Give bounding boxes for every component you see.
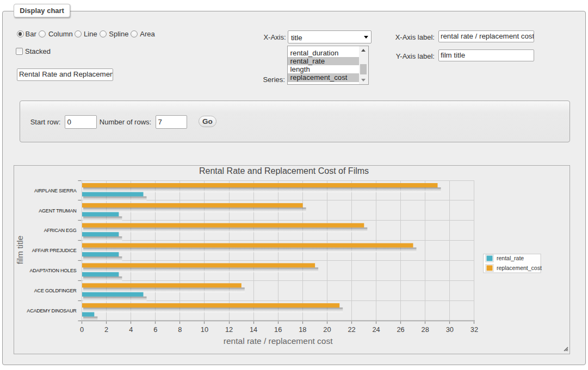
svg-text:rental_rate: rental_rate <box>497 255 524 261</box>
svg-text:ACE GOLDFINGER: ACE GOLDFINGER <box>34 288 77 293</box>
svg-text:26: 26 <box>397 325 404 334</box>
svg-text:AFRICAN EGG: AFRICAN EGG <box>44 228 77 233</box>
svg-text:32: 32 <box>471 325 478 334</box>
svg-text:30: 30 <box>446 325 454 334</box>
svg-text:rental rate / replacement cost: rental rate / replacement cost <box>224 336 333 346</box>
svg-text:14: 14 <box>250 325 257 334</box>
svg-text:18: 18 <box>299 325 306 334</box>
svg-text:6: 6 <box>153 325 157 334</box>
svg-text:12: 12 <box>225 325 233 334</box>
svg-text:10: 10 <box>201 325 208 334</box>
svg-text:2: 2 <box>104 325 108 334</box>
svg-text:AIRPLANE SIERRA: AIRPLANE SIERRA <box>34 188 77 193</box>
svg-text:ACADEMY DINOSAUR: ACADEMY DINOSAUR <box>27 308 77 313</box>
svg-text:16: 16 <box>274 325 282 334</box>
svg-text:replacement_cost: replacement_cost <box>497 265 542 271</box>
svg-text:4: 4 <box>129 325 133 334</box>
svg-text:AGENT TRUMAN: AGENT TRUMAN <box>39 208 76 214</box>
svg-text:Rental Rate and Replacement Co: Rental Rate and Replacement Cost of Film… <box>199 166 369 175</box>
svg-text:24: 24 <box>372 325 380 334</box>
svg-text:AFFAIR PREJUDICE: AFFAIR PREJUDICE <box>32 248 77 253</box>
svg-text:20: 20 <box>323 325 331 334</box>
svg-text:ADAPTATION HOLES: ADAPTATION HOLES <box>30 268 77 273</box>
svg-text:0: 0 <box>80 325 84 334</box>
svg-text:8: 8 <box>178 325 182 334</box>
svg-text:film title: film title <box>15 236 24 265</box>
svg-text:28: 28 <box>422 325 429 334</box>
svg-text:22: 22 <box>348 325 355 334</box>
